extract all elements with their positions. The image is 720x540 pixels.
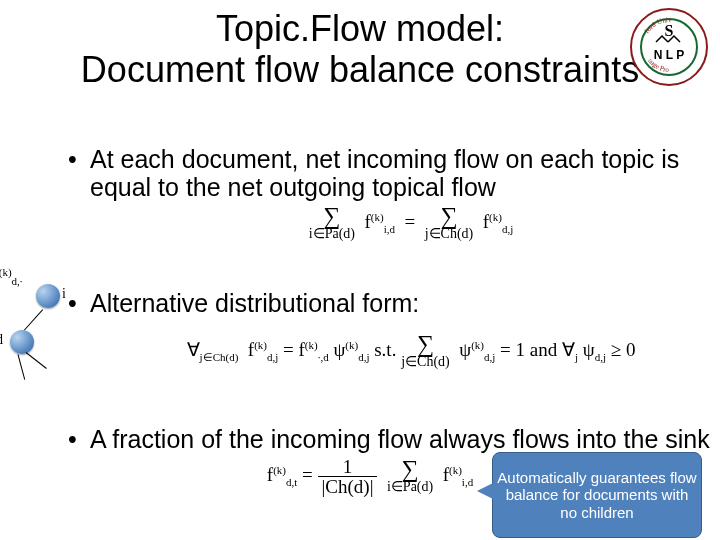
- title-line-2: Document flow balance constraints: [81, 49, 639, 90]
- node-d: [10, 330, 34, 354]
- node-i: [36, 284, 60, 308]
- callout-box: Automatically guarantees flow balance fo…: [492, 452, 702, 538]
- bullet-2-text: Alternative distributional form:: [90, 289, 419, 317]
- edge-d-out2: [18, 354, 26, 379]
- bullet-1: At each document, net incoming flow on e…: [68, 145, 720, 241]
- equation-1: ∑i∈Pa(d) f(k)i,d = ∑j∈Ch(d) f(k)d,j: [90, 205, 720, 241]
- slide-title: Topic.Flow model: Document flow balance …: [0, 8, 720, 91]
- bullet-1-text: At each document, net incoming flow on e…: [90, 145, 679, 201]
- node-i-label: i: [62, 286, 66, 302]
- node-d-label: d: [0, 332, 3, 348]
- psi-label: ψ(k)d,·: [0, 266, 23, 287]
- title-line-1: Topic.Flow model:: [216, 8, 504, 49]
- svg-text:N L P: N L P: [654, 48, 684, 62]
- flow-diagram: ψ(k)d,· i d: [4, 284, 70, 374]
- bullet-2: Alternative distributional form: ∀j∈Ch(d…: [68, 289, 720, 369]
- edge-i-d: [24, 309, 43, 330]
- bullet-3-text: A fraction of the incoming flow always f…: [90, 425, 710, 453]
- callout-text: Automatically guarantees flow balance fo…: [497, 469, 697, 521]
- svg-text:S: S: [665, 22, 674, 39]
- stanford-nlp-logo: ford Univ uage Pro S N L P: [628, 6, 710, 88]
- slide: { "title_l1": "Topic.Flow model:", "titl…: [0, 0, 720, 540]
- equation-2: ∀j∈Ch(d) f(k)d,j = f(k)·,d ψ(k)d,j s.t. …: [90, 333, 720, 369]
- edge-d-out1: [26, 352, 47, 369]
